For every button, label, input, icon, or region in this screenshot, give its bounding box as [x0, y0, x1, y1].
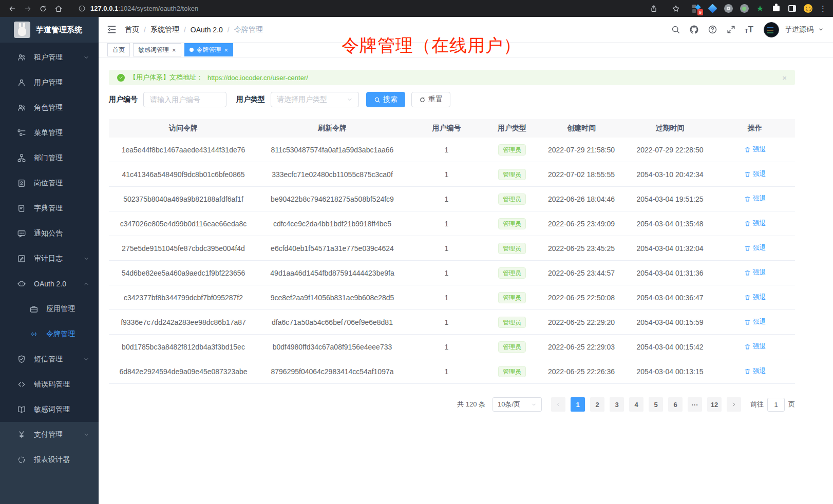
github-icon[interactable] — [689, 25, 699, 34]
action-cell: 强退 — [715, 194, 795, 204]
page-button-4[interactable]: 4 — [629, 397, 643, 412]
force-logout-label: 强退 — [753, 268, 766, 277]
sidebar-item-post[interactable]: 岗位管理 — [0, 170, 99, 196]
prev-page-button[interactable] — [551, 397, 565, 412]
force-logout-button[interactable]: 强退 — [744, 317, 766, 326]
access-token-cell: 6d842e2924594de9a09e45e087323abe — [109, 367, 258, 376]
sidebar: 芋道管理系统 租户管理 用户管理 角色管理 菜单管理 部门管理 岗位管理 字典管… — [0, 17, 99, 504]
close-icon[interactable]: × — [224, 47, 229, 53]
browser-menu-icon[interactable]: ⋮ — [819, 4, 827, 13]
side-panel-icon[interactable] — [787, 4, 797, 13]
sidebar-item-audit[interactable]: 审计日志 — [0, 246, 99, 271]
force-logout-button[interactable]: 强退 — [744, 219, 766, 228]
breadcrumb-oauth2[interactable]: OAuth 2.0 — [191, 26, 223, 34]
sidebar-item-notice[interactable]: 通知公告 — [0, 221, 99, 246]
sidebar-item-dept[interactable]: 部门管理 — [0, 145, 99, 170]
breadcrumb-current: 令牌管理 — [234, 25, 263, 34]
page-button-1[interactable]: 1 — [571, 397, 585, 412]
profile-emoji-icon[interactable] — [803, 4, 812, 13]
page-size-select[interactable]: 10条/页 — [493, 397, 542, 412]
extension-grid-icon[interactable]: 9 — [692, 4, 701, 13]
sidebar-item-oauth2-app[interactable]: 应用管理 — [0, 296, 99, 321]
sidebar-item-role[interactable]: 角色管理 — [0, 95, 99, 120]
force-logout-label: 强退 — [753, 293, 766, 302]
refresh-token-cell: 9ce8ef2aa9f14056b831ae9b608e28d5 — [258, 294, 407, 302]
tab-首页[interactable]: 首页 — [107, 43, 130, 56]
search-button[interactable]: 搜索 — [366, 92, 405, 107]
force-logout-label: 强退 — [753, 342, 766, 351]
sidebar-item-tenant[interactable]: 租户管理 — [0, 45, 99, 70]
page-button-12[interactable]: 12 — [707, 397, 722, 412]
user-id-cell: 1 — [407, 195, 486, 203]
user-type-badge: 管理员 — [498, 317, 526, 328]
extension-gem-icon[interactable] — [708, 4, 717, 13]
tab-令牌管理[interactable]: 令牌管理 × — [184, 43, 234, 56]
sidebar-item-sensitive[interactable]: 敏感词管理 — [0, 397, 99, 422]
reset-button[interactable]: 重置 — [411, 92, 450, 107]
next-page-button[interactable] — [727, 397, 741, 412]
force-logout-button[interactable]: 强退 — [744, 169, 766, 179]
force-logout-button[interactable]: 强退 — [744, 243, 766, 253]
access-token-cell: b0d1785bc3a8482f812db4a3f3bd15ec — [109, 343, 258, 351]
sidebar-item-user[interactable]: 用户管理 — [0, 70, 99, 95]
help-icon[interactable] — [708, 25, 717, 34]
report-icon — [17, 455, 26, 464]
sidebar-item-menu[interactable]: 菜单管理 — [0, 120, 99, 145]
breadcrumb-system[interactable]: 系统管理 — [150, 25, 179, 34]
share-icon[interactable] — [648, 3, 660, 15]
force-logout-button[interactable]: 强退 — [744, 366, 766, 376]
chevron-down-icon[interactable] — [818, 27, 824, 32]
column-header: 用户类型 — [486, 124, 538, 133]
browser-reload-icon[interactable] — [37, 3, 49, 15]
force-logout-button[interactable]: 强退 — [744, 194, 766, 203]
sidebar-item-label: 令牌管理 — [46, 329, 75, 339]
page-button-2[interactable]: 2 — [590, 397, 604, 412]
extension-evernote-icon[interactable]: ★ — [755, 4, 765, 13]
force-logout-button[interactable]: 强退 — [744, 268, 766, 277]
force-logout-button[interactable]: 强退 — [744, 145, 766, 154]
sidebar-item-errcode[interactable]: 错误码管理 — [0, 372, 99, 397]
user-type-badge: 管理员 — [498, 267, 526, 279]
expire-time-cell: 2054-03-04 00:15:59 — [625, 318, 715, 326]
search-icon[interactable] — [671, 25, 680, 34]
address-bar[interactable]: 127.0.0.1:1024/system/oauth2/token — [78, 5, 198, 12]
force-logout-button[interactable]: 强退 — [744, 293, 766, 302]
browser-home-icon[interactable] — [52, 3, 65, 15]
user-avatar[interactable] — [764, 22, 779, 37]
alert-close-icon[interactable]: × — [782, 73, 787, 82]
page-ellipsis[interactable]: ··· — [688, 397, 702, 412]
user-id-input[interactable] — [143, 92, 226, 107]
user-type-select[interactable]: 请选择用户类型 — [271, 92, 359, 107]
user-id-label: 用户编号 — [109, 95, 138, 104]
close-icon[interactable]: × — [172, 47, 176, 53]
force-logout-button[interactable]: 强退 — [744, 342, 766, 351]
fullscreen-icon[interactable] — [726, 25, 736, 34]
page-button-3[interactable]: 3 — [610, 397, 624, 412]
sidebar-item-pay[interactable]: 支付管理 — [0, 422, 99, 447]
extensions-puzzle-icon[interactable] — [771, 4, 781, 13]
bookmark-star-icon[interactable] — [670, 3, 682, 15]
page-button-5[interactable]: 5 — [649, 397, 663, 412]
breadcrumb-home[interactable]: 首页 — [125, 25, 139, 34]
alert-doc-link[interactable]: https://doc.iocoder.cn/user-center/ — [207, 74, 308, 82]
browser-back-icon[interactable] — [6, 3, 18, 15]
sidebar-item-oauth2-token[interactable]: 令牌管理 — [0, 321, 99, 346]
collapse-sidebar-icon[interactable] — [106, 24, 117, 35]
sidebar-item-report[interactable]: 报表设计器 — [0, 447, 99, 472]
goto-page-input[interactable] — [767, 398, 785, 412]
user-name[interactable]: 芋道源码 — [785, 25, 813, 34]
expire-time-cell: 2054-03-04 19:51:25 — [625, 195, 715, 203]
page-info-icon[interactable] — [78, 5, 86, 12]
sidebar-filler — [0, 472, 99, 504]
extension-command-icon[interactable] — [724, 4, 733, 13]
sidebar-item-oauth2[interactable]: OAuth 2.0 — [0, 271, 99, 296]
tab-敏感词管理[interactable]: 敏感词管理 × — [133, 43, 181, 56]
sidebar-item-dict[interactable]: 字典管理 — [0, 196, 99, 221]
user-type-badge: 管理员 — [498, 218, 526, 229]
sidebar-item-sms[interactable]: 短信管理 — [0, 346, 99, 372]
extension-recorder-icon[interactable] — [740, 4, 749, 13]
font-size-icon[interactable]: TT — [745, 25, 753, 34]
active-dot — [190, 48, 194, 52]
page-button-6[interactable]: 6 — [668, 397, 683, 412]
browser-forward-icon[interactable] — [22, 3, 34, 15]
